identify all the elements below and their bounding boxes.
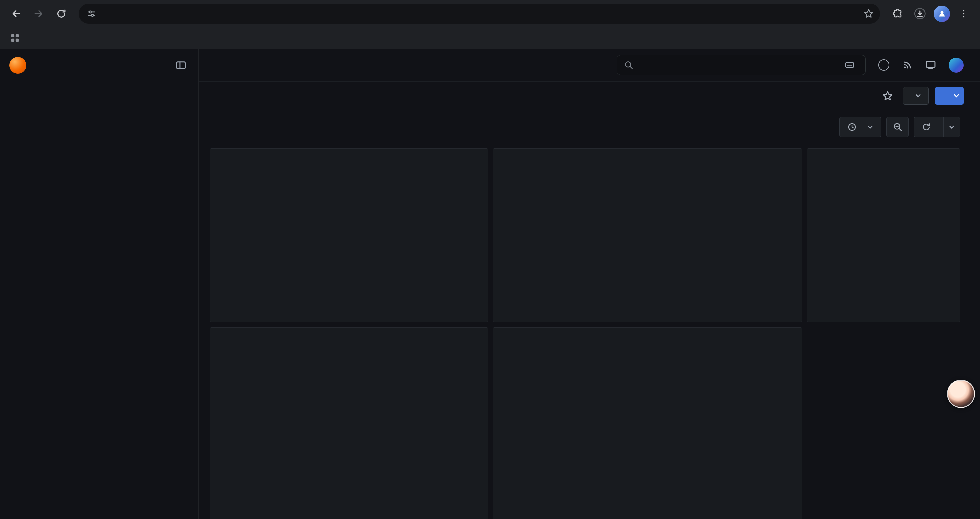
chevron-down-icon (953, 92, 960, 99)
refresh-interval-caret[interactable] (943, 117, 960, 137)
grafana-profile-avatar[interactable] (949, 58, 964, 73)
grafana-sidebar (0, 49, 199, 519)
search-shortcut (845, 60, 858, 70)
export-button[interactable] (903, 87, 929, 104)
line-chart (218, 341, 320, 517)
clock-icon (847, 122, 857, 132)
grafana-header (199, 49, 980, 82)
panel-average-response-time (210, 327, 488, 519)
forward-button[interactable] (29, 4, 49, 24)
time-range-picker[interactable] (839, 117, 881, 137)
search-icon (624, 61, 633, 70)
chart-legend (501, 167, 794, 182)
site-settings-icon[interactable] (86, 9, 96, 19)
header-icons (878, 58, 970, 73)
chevron-down-icon (867, 124, 873, 131)
downloads-icon[interactable] (910, 4, 930, 24)
zoom-out-icon (892, 122, 903, 132)
favorite-star-icon[interactable] (878, 86, 897, 105)
legend-table (321, 158, 480, 318)
panel-errors-per-second (807, 148, 960, 322)
browser-menu-icon[interactable] (954, 4, 974, 24)
browser-window (0, 0, 980, 519)
share-caret-button[interactable] (949, 87, 964, 104)
legend-table (321, 337, 480, 517)
chevron-down-icon (948, 124, 955, 131)
floating-extension-avatar[interactable] (947, 380, 975, 408)
line-chart (218, 163, 319, 318)
display-icon[interactable] (925, 59, 936, 71)
bookmark-star-icon[interactable] (863, 8, 874, 19)
extensions-icon[interactable] (888, 4, 908, 24)
refresh-icon (922, 122, 931, 132)
panel-request-per-minute (493, 148, 802, 322)
news-icon[interactable] (902, 60, 913, 70)
browser-profile-avatar[interactable] (934, 6, 950, 22)
help-icon[interactable] (878, 59, 889, 71)
zoom-out-button[interactable] (886, 117, 908, 137)
panel-total-requests-per-minute (210, 148, 488, 322)
address-bar[interactable] (79, 4, 880, 24)
sidebar-nav (0, 82, 199, 94)
share-button[interactable] (935, 87, 949, 104)
sidebar-toggle-icon[interactable] (175, 60, 189, 71)
browser-toolbar (0, 0, 980, 27)
time-controls (199, 116, 980, 138)
bar-chart (501, 341, 675, 517)
sidebar-header (0, 49, 199, 82)
dashboard-actions (199, 83, 980, 108)
keyboard-icon (845, 60, 854, 70)
search-input[interactable] (617, 55, 865, 75)
reload-button[interactable] (51, 4, 72, 24)
no-data-message (815, 153, 952, 318)
refresh-button[interactable] (914, 117, 943, 137)
panel-requests-under-100ms (493, 327, 802, 519)
bookmarks-bar (0, 27, 980, 49)
grafana-logo[interactable] (10, 57, 26, 74)
apps-grid-icon[interactable] (10, 33, 20, 43)
chevron-down-icon (915, 92, 922, 99)
legend-table (675, 337, 794, 517)
dashboard-canvas (199, 138, 980, 519)
series-color-swatch (501, 173, 510, 175)
back-button[interactable] (6, 4, 26, 24)
